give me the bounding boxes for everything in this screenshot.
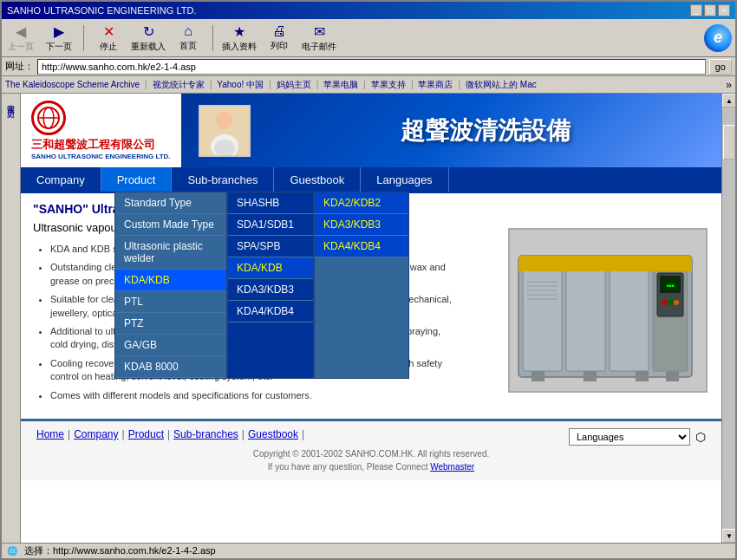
sidebar: 搜索 历史 xyxy=(2,94,21,543)
product-image: ■■■ xyxy=(508,228,708,393)
title-bar-buttons: _ □ × xyxy=(690,4,730,16)
print-button[interactable]: 🖨 列印 xyxy=(264,23,295,52)
banner-title: 超聲波清洗設備 xyxy=(401,114,571,147)
back-icon: ◀ xyxy=(16,23,26,40)
footer-guestbook-link[interactable]: Guestbook xyxy=(248,428,298,440)
forward-icon: ▶ xyxy=(54,23,64,40)
site-header: 三和超聲波工程有限公司 SANHO ULTRASONIC ENGINEERING… xyxy=(21,94,721,193)
dropdown-kda4-kdb4[interactable]: KDA4/KDB4 xyxy=(228,301,313,322)
dropdown-col2: SHASHB SDA1/SDB1 SPA/SPB KDA/KDB KDA3/KD… xyxy=(227,192,314,379)
maximize-button[interactable]: □ xyxy=(704,4,716,16)
mail-icon: ✉ xyxy=(314,23,325,40)
address-input[interactable] xyxy=(37,59,706,75)
content-area: 搜索 历史 三和超聲波工程有限公司 xyxy=(2,94,735,543)
home-button[interactable]: ⌂ 首页 xyxy=(173,23,204,52)
favorites-bar-item-4[interactable]: 妈妈主页 xyxy=(277,79,311,91)
dropdown-kdab-8000[interactable]: KDAB 8000 xyxy=(115,356,226,378)
dropdown-ga-gb[interactable]: GA/GB xyxy=(115,335,226,356)
nav-guestbook[interactable]: Guestbook xyxy=(274,167,361,192)
stop-icon: ✕ xyxy=(103,23,114,40)
print-icon: 🖨 xyxy=(272,23,286,39)
dropdown-sda1-sdb1[interactable]: SDA1/SDB1 xyxy=(228,214,313,236)
favorites-bar-item-3[interactable]: Yahoo! 中国 xyxy=(217,79,264,91)
footer-sub-branches-link[interactable]: Sub-branches xyxy=(173,428,238,440)
header-banner: 超聲波清洗設備 xyxy=(181,94,721,167)
favorites-more-button[interactable]: » xyxy=(726,79,732,91)
svg-point-20 xyxy=(668,300,673,305)
sidebar-icon-1[interactable]: 搜索 xyxy=(3,97,18,101)
home-icon: ⌂ xyxy=(184,23,192,39)
nav-languages[interactable]: Languages xyxy=(361,167,448,192)
dropdown-standard-type[interactable]: Standard Type xyxy=(115,192,226,214)
title-text: SANHO ULTRASONIC ENGINEERING LTD. xyxy=(7,5,196,16)
svg-rect-14 xyxy=(519,268,692,271)
svg-rect-11 xyxy=(610,260,649,371)
favorites-bar-item-6[interactable]: 苹果支持 xyxy=(371,79,406,91)
browser-window: SANHO ULTRASONIC ENGINEERING LTD. _ □ × … xyxy=(0,0,737,560)
footer-copyright: Copyright © 2001-2002 SANHO.COM.HK. All … xyxy=(28,447,714,473)
sidebar-icon-2[interactable]: 历史 xyxy=(3,102,18,106)
dropdown-kda3-kdb3-2[interactable]: KDA3/KDB3 xyxy=(315,214,408,236)
dropdown-kda2-kdb2[interactable]: KDA2/KDB2 xyxy=(315,192,408,214)
webpage: 三和超聲波工程有限公司 SANHO ULTRASONIC ENGINEERING… xyxy=(21,94,721,543)
dropdown-ptz[interactable]: PTZ xyxy=(115,313,226,335)
toolbar-separator-1 xyxy=(83,25,84,51)
dropdown-ptl[interactable]: PTL xyxy=(115,291,226,313)
ie-logo: e xyxy=(704,24,732,52)
svg-point-6 xyxy=(214,140,235,157)
dropdown-kda4-kdb4-2[interactable]: KDA4/KDB4 xyxy=(315,236,408,257)
footer-product-link[interactable]: Product xyxy=(128,428,164,440)
dropdown-menu: Standard Type Custom Made Type Ultrasoni… xyxy=(114,192,409,379)
banner-photo xyxy=(199,105,251,157)
nav-menu: Company Product Sub-branches Guestbook L… xyxy=(21,167,721,192)
site-footer: Home | Company | Product | Sub-branches … xyxy=(21,419,721,480)
address-bar: 网址： go xyxy=(2,57,735,76)
dropdown-kda-kdb-2[interactable]: KDA/KDB xyxy=(228,257,313,279)
address-label: 网址： xyxy=(5,60,34,73)
dropdown-spa-spb[interactable]: SPA/SPB xyxy=(228,236,313,257)
dropdown-ultrasonic-plastic-welder[interactable]: Ultrasonic plasticwelder xyxy=(115,236,226,270)
toolbar-separator-2 xyxy=(212,25,213,51)
refresh-button[interactable]: ↻ 重新载入 xyxy=(131,23,166,53)
toolbar: ◀ 上一页 ▶ 下一页 ✕ 停止 ↻ 重新载入 ⌂ 首页 ★ 插入资料 🖨 列印 xyxy=(2,19,735,57)
svg-point-21 xyxy=(674,300,679,305)
scrollbar: ▲ ▼ xyxy=(721,94,735,543)
svg-rect-9 xyxy=(523,260,562,371)
svg-rect-30 xyxy=(666,371,679,381)
footer-home-link[interactable]: Home xyxy=(36,428,64,440)
favorites-button[interactable]: ★ 插入资料 xyxy=(222,23,257,53)
bullet-item-6: Comes with different models and specific… xyxy=(50,389,458,402)
status-icon: 🌐 xyxy=(7,546,17,556)
footer-company-link[interactable]: Company xyxy=(74,428,118,440)
svg-rect-29 xyxy=(636,371,649,381)
webmaster-link[interactable]: Webmaster xyxy=(430,462,474,472)
favorites-bar-item-5[interactable]: 苹果电脑 xyxy=(323,79,358,91)
favorites-bar-item-8[interactable]: 微软网站上的 Mac xyxy=(466,79,537,91)
stop-button[interactable]: ✕ 停止 xyxy=(93,23,124,53)
dropdown-custom-made-type[interactable]: Custom Made Type xyxy=(115,214,226,236)
mail-button[interactable]: ✉ 电子邮件 xyxy=(302,23,336,53)
nav-product[interactable]: Product xyxy=(101,167,173,192)
dropdown-kda3-kdb3[interactable]: KDA3/KDB3 xyxy=(228,279,313,301)
svg-point-19 xyxy=(662,300,667,305)
go-button[interactable]: go xyxy=(709,59,732,75)
scroll-up-button[interactable]: ▲ xyxy=(722,94,735,107)
favorites-bar-item-1[interactable]: The Kaleidoscope Scheme Archive xyxy=(5,80,140,89)
nav-company[interactable]: Company xyxy=(21,167,101,192)
minimize-button[interactable]: _ xyxy=(690,4,702,16)
company-name-chinese: 三和超聲波工程有限公司 xyxy=(31,137,155,153)
back-button[interactable]: ◀ 上一页 xyxy=(5,23,36,53)
dropdown-kda-kdb[interactable]: KDA/KDB xyxy=(115,270,226,291)
language-select[interactable]: Languages xyxy=(569,428,690,446)
favorites-bar: The Kaleidoscope Scheme Archive | 视觉统计专家… xyxy=(2,76,735,94)
footer-nav: Home | Company | Product | Sub-branches … xyxy=(36,428,304,440)
forward-button[interactable]: ▶ 下一页 xyxy=(43,23,75,53)
language-select-arrow: ⬡ xyxy=(695,430,706,444)
nav-sub-branches[interactable]: Sub-branches xyxy=(172,167,274,192)
dropdown-shashb[interactable]: SHASHB xyxy=(228,192,313,214)
favorites-bar-item-2[interactable]: 视觉统计专家 xyxy=(153,79,205,91)
favorites-bar-item-7[interactable]: 苹果商店 xyxy=(418,79,453,91)
scroll-down-button[interactable]: ▼ xyxy=(722,529,735,543)
scroll-thumb[interactable] xyxy=(723,125,735,160)
close-button[interactable]: × xyxy=(718,4,730,16)
